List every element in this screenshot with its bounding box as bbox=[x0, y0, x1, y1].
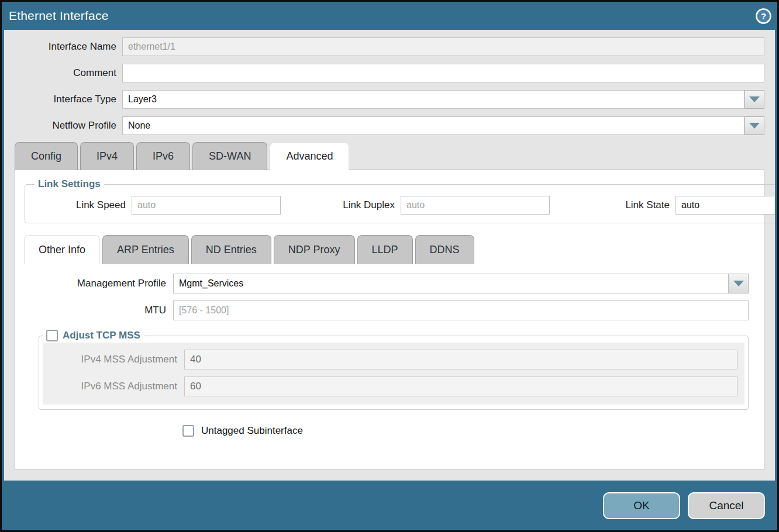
ipv6-mss-input bbox=[184, 376, 737, 396]
comment-field[interactable] bbox=[122, 64, 764, 82]
tab-other-info[interactable]: Other Info bbox=[24, 235, 100, 264]
link-speed-label: Link Speed bbox=[32, 199, 132, 211]
chevron-down-icon bbox=[749, 123, 760, 129]
interface-type-row: Interface Type Layer3 bbox=[4, 90, 764, 109]
svg-text:?: ? bbox=[761, 11, 766, 21]
link-state-select[interactable]: auto bbox=[675, 196, 775, 215]
ok-button[interactable]: OK bbox=[603, 492, 680, 519]
interface-type-select[interactable]: Layer3 bbox=[122, 90, 764, 109]
tab-nd-entries[interactable]: ND Entries bbox=[191, 235, 271, 264]
management-profile-row: Management Profile Mgmt_Services bbox=[15, 274, 749, 293]
link-settings-row: Link Speed Link Duplex Link State auto bbox=[32, 196, 775, 215]
link-duplex-input[interactable] bbox=[401, 196, 550, 215]
adjust-tcp-mss-group: Adjust TCP MSS IPv4 MSS Adjustment IPv6 … bbox=[39, 330, 749, 410]
chevron-down-icon bbox=[733, 281, 744, 286]
management-profile-select[interactable]: Mgmt_Services bbox=[173, 274, 749, 293]
tab-ipv6[interactable]: IPv6 bbox=[136, 142, 190, 170]
tab-sdwan[interactable]: SD-WAN bbox=[192, 142, 267, 170]
comment-label: Comment bbox=[4, 67, 122, 79]
netflow-profile-label: Netflow Profile bbox=[4, 120, 122, 132]
tab-ipv4[interactable]: IPv4 bbox=[80, 142, 134, 170]
interface-name-label: Interface Name bbox=[4, 41, 122, 53]
dialog-footer: OK Cancel bbox=[2, 481, 777, 530]
dialog-body: Interface Name Comment Interface Type La… bbox=[4, 30, 775, 481]
untagged-subinterface-row: Untagged Subinterface bbox=[182, 425, 764, 437]
sub-tabstrip: Other Info ARP Entries ND Entries NDP Pr… bbox=[24, 235, 764, 264]
mtu-input[interactable] bbox=[173, 300, 749, 320]
advanced-tab-panel: Link Settings Link Speed Link Duplex Lin… bbox=[15, 170, 764, 470]
link-settings-legend: Link Settings bbox=[35, 178, 104, 190]
adjust-tcp-mss-legend: Adjust TCP MSS bbox=[43, 330, 144, 341]
tab-advanced[interactable]: Advanced bbox=[270, 142, 349, 170]
mss-fields: IPv4 MSS Adjustment IPv6 MSS Adjustment bbox=[43, 343, 744, 405]
tab-ddns[interactable]: DDNS bbox=[415, 235, 474, 264]
tab-arp-entries[interactable]: ARP Entries bbox=[102, 235, 189, 264]
interface-name-field bbox=[122, 37, 764, 56]
link-state-value[interactable]: auto bbox=[675, 196, 775, 215]
link-duplex-label: Link Duplex bbox=[310, 199, 401, 211]
cancel-button[interactable]: Cancel bbox=[688, 492, 765, 519]
link-state-label: Link State bbox=[588, 199, 675, 211]
tab-ndp-proxy[interactable]: NDP Proxy bbox=[274, 235, 355, 264]
titlebar: Ethernet Interface ? bbox=[2, 2, 777, 30]
comment-row: Comment bbox=[4, 64, 764, 82]
ipv6-mss-row: IPv6 MSS Adjustment bbox=[43, 376, 737, 396]
netflow-profile-value[interactable]: None bbox=[122, 116, 744, 135]
tab-config[interactable]: Config bbox=[15, 142, 78, 170]
management-profile-dropdown-button[interactable] bbox=[729, 274, 749, 293]
adjust-tcp-mss-checkbox[interactable] bbox=[46, 330, 58, 341]
ipv6-mss-label: IPv6 MSS Adjustment bbox=[43, 381, 184, 392]
ipv4-mss-label: IPv4 MSS Adjustment bbox=[43, 354, 184, 365]
tab-lldp[interactable]: LLDP bbox=[357, 235, 413, 264]
adjust-tcp-mss-label: Adjust TCP MSS bbox=[63, 330, 140, 341]
interface-name-row: Interface Name bbox=[4, 37, 764, 56]
netflow-profile-row: Netflow Profile None bbox=[4, 116, 764, 135]
ipv4-mss-row: IPv4 MSS Adjustment bbox=[43, 350, 737, 369]
interface-type-dropdown-button[interactable] bbox=[744, 90, 764, 109]
management-profile-value[interactable]: Mgmt_Services bbox=[173, 274, 729, 293]
link-settings-group: Link Settings Link Speed Link Duplex Lin… bbox=[25, 178, 775, 223]
help-icon[interactable]: ? bbox=[756, 8, 771, 24]
ethernet-interface-dialog: Ethernet Interface ? Interface Name Comm… bbox=[2, 2, 777, 530]
interface-type-label: Interface Type bbox=[4, 94, 122, 105]
management-profile-label: Management Profile bbox=[15, 278, 173, 289]
link-speed-input[interactable] bbox=[132, 196, 281, 215]
ipv4-mss-input bbox=[184, 350, 737, 369]
dialog-title: Ethernet Interface bbox=[9, 9, 109, 23]
untagged-subinterface-label: Untagged Subinterface bbox=[201, 425, 303, 437]
chevron-down-icon bbox=[749, 96, 760, 102]
mtu-label: MTU bbox=[15, 305, 173, 316]
mtu-row: MTU bbox=[15, 300, 749, 320]
netflow-profile-select[interactable]: None bbox=[122, 116, 764, 135]
untagged-subinterface-checkbox[interactable] bbox=[182, 425, 194, 437]
netflow-profile-dropdown-button[interactable] bbox=[744, 116, 764, 135]
main-tabstrip: Config IPv4 IPv6 SD-WAN Advanced bbox=[15, 142, 775, 170]
interface-type-value[interactable]: Layer3 bbox=[122, 90, 744, 109]
